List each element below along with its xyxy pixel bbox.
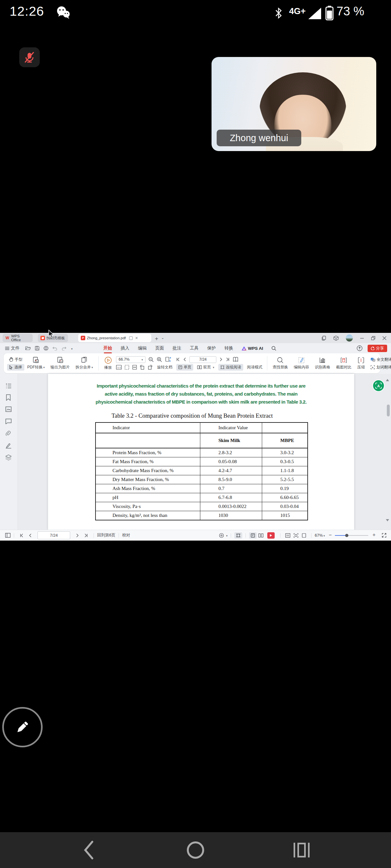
wps-ai-button[interactable]: WPS AI [242,346,263,351]
actual-size-icon[interactable]: 1:1 [116,365,122,370]
swap-pages-icon[interactable] [165,356,171,362]
upload-cloud-icon[interactable] [357,345,362,351]
scroll-down-icon[interactable] [386,519,389,521]
find-replace-button[interactable]: 查找替换 [270,357,291,370]
fit-width-icon[interactable] [132,365,137,370]
prev-page-button[interactable] [29,533,32,537]
back-button[interactable] [83,840,95,860]
zoom-level-combobox[interactable]: 66.7% [116,356,145,363]
hand-tool-button[interactable]: 手型 [7,356,24,363]
thumbnails-icon[interactable] [5,406,11,412]
attachment-icon[interactable] [5,431,11,437]
close-button[interactable] [382,336,387,340]
page-number-input[interactable]: 7/24 [189,356,216,363]
zoom-slider-knob[interactable] [345,534,348,537]
share-button[interactable]: 分享 [368,345,387,352]
rotate-document-button[interactable]: 旋转文档 [155,364,174,371]
zoom-in-button[interactable]: ＋ [371,532,376,538]
print-icon[interactable] [44,346,48,350]
fit-page-view-button[interactable] [292,532,300,539]
play-button[interactable]: 播放 [101,356,115,370]
single-page-button[interactable]: 单页 [176,364,193,371]
pdf-convert-button[interactable]: W PDF转换 [24,356,48,370]
rotate-left-icon[interactable] [140,365,145,370]
stack-icon[interactable] [321,335,326,341]
back-to-page-link[interactable]: 回到第6页 [97,533,115,538]
menu-tab-convert[interactable]: 转换 [225,345,233,351]
zoom-in-icon[interactable] [157,357,162,362]
layers-icon[interactable] [5,455,11,461]
home-button[interactable] [187,841,204,859]
double-page-button[interactable]: 双页 [195,364,216,371]
menu-tab-page[interactable]: 页面 [156,345,164,351]
search-icon[interactable] [272,346,276,351]
first-page-button[interactable] [20,533,24,537]
chevron-down-icon[interactable] [323,533,325,538]
full-text-translate-button[interactable]: A 全文翻译 [368,356,391,363]
redo-icon[interactable] [61,346,66,350]
select-tool-button[interactable]: 选择 [7,364,24,371]
status-page-number-input[interactable]: 7/24 [37,531,70,539]
recognize-table-button[interactable]: 识别表格 [312,357,333,370]
menu-tab-insert[interactable]: 插入 [121,345,130,351]
zoom-slider[interactable] [335,535,368,536]
menu-tab-edit[interactable]: 编辑 [138,345,147,351]
quick-translate-fab[interactable]: A [372,380,385,392]
last-page-button[interactable] [84,533,88,537]
compress-button[interactable]: 压缩 [355,357,368,370]
tab-list-chevron-icon[interactable]: ⌄ [161,336,164,340]
new-tab-button[interactable]: ＋ [154,335,159,342]
save-icon[interactable] [35,346,39,350]
annotation-pencil-fab[interactable] [2,707,43,747]
fit-page-icon[interactable] [124,365,130,370]
first-page-icon[interactable] [176,358,180,361]
minimize-button[interactable] [360,336,364,340]
chevron-down-icon[interactable] [226,533,228,538]
participant-video-tile[interactable]: Zhong wenhui [212,57,376,151]
continuous-read-button[interactable]: 连续阅读 [218,364,243,371]
bookmark-icon[interactable] [5,394,11,401]
last-page-icon[interactable] [226,358,229,361]
proofread-link[interactable]: 校对 [122,533,130,538]
presentation-play-button[interactable] [267,532,275,539]
next-page-button[interactable] [76,533,79,537]
tab-wps-office[interactable]: W WPS Office [3,334,33,342]
tab-pdf-document[interactable]: P Zhong_presentation.pdf ✕ [78,334,151,342]
signature-icon[interactable] [5,443,11,449]
export-as-image-button[interactable]: 输出为图片 [48,356,73,370]
fit-width-view-button[interactable] [300,532,308,539]
fullscreen-button[interactable] [382,533,387,538]
recents-button[interactable] [294,843,310,858]
menu-tab-home[interactable]: 开始 [104,345,112,351]
zoom-percent-label[interactable]: 67% [315,533,323,538]
tab-pin-icon[interactable] [129,336,133,340]
comments-panel-icon[interactable] [5,418,11,424]
book-view-icon[interactable] [233,357,239,362]
word-translate-button[interactable]: A 划词翻译 [368,364,391,371]
vertical-scrollbar[interactable] [387,405,390,416]
quickbar-chevron-icon[interactable] [71,346,73,351]
file-menu[interactable]: 文件 [5,345,20,351]
actual-size-view-button[interactable] [284,532,292,539]
panel-toggle-icon[interactable] [5,533,10,538]
3d-box-icon[interactable] [333,335,339,341]
open-folder-icon[interactable] [25,346,31,350]
scroll-up-icon[interactable] [386,379,389,381]
menu-tab-tools[interactable]: 工具 [190,345,199,351]
next-page-icon[interactable] [220,358,222,361]
menu-tab-protect[interactable]: 保护 [207,345,216,351]
view-visibility-button[interactable] [217,532,226,539]
menu-tab-comment[interactable]: 批注 [173,345,181,351]
microphone-muted-button[interactable] [19,48,40,67]
zoom-out-button[interactable]: − [329,532,332,538]
read-mode-button[interactable]: 阅读模式 [245,364,264,371]
restore-button[interactable] [371,336,375,340]
zoom-out-icon[interactable] [148,357,154,362]
two-page-view-button[interactable] [257,532,265,539]
edit-content-button[interactable]: 编辑内容 [291,357,312,370]
split-merge-button[interactable]: 拆分合并 [73,356,96,370]
continuous-view-button[interactable] [234,532,242,539]
prev-page-icon[interactable] [183,358,186,361]
single-page-view-button[interactable] [249,532,257,539]
screenshot-compare-button[interactable]: 截图对比 [333,357,355,370]
